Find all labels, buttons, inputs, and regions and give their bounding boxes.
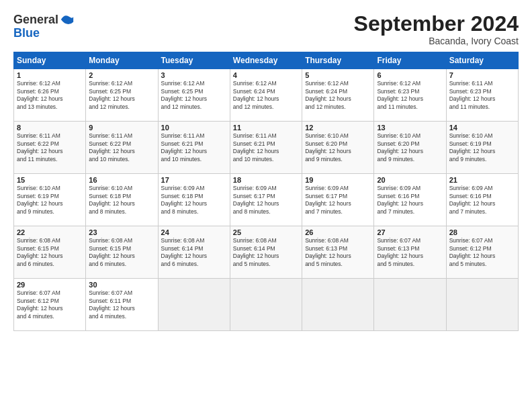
day-cell: 5Sunrise: 6:12 AMSunset: 6:24 PMDaylight… bbox=[302, 69, 374, 122]
day-cell: 29Sunrise: 6:07 AMSunset: 6:12 PMDayligh… bbox=[14, 279, 86, 331]
day-cell: 6Sunrise: 6:12 AMSunset: 6:23 PMDaylight… bbox=[374, 69, 446, 122]
logo: General Blue bbox=[13, 12, 75, 39]
day-cell: 26Sunrise: 6:08 AMSunset: 6:13 PMDayligh… bbox=[302, 226, 374, 279]
day-cell: 14Sunrise: 6:10 AMSunset: 6:19 PMDayligh… bbox=[446, 122, 518, 174]
day-cell: 11Sunrise: 6:11 AMSunset: 6:21 PMDayligh… bbox=[230, 122, 302, 174]
header-monday: Monday bbox=[86, 52, 158, 69]
day-cell: 21Sunrise: 6:09 AMSunset: 6:16 PMDayligh… bbox=[446, 174, 518, 226]
header-wednesday: Wednesday bbox=[230, 52, 302, 69]
day-cell: 20Sunrise: 6:09 AMSunset: 6:16 PMDayligh… bbox=[374, 174, 446, 226]
title-block: September 2024 Bacanda, Ivory Coast bbox=[354, 12, 519, 46]
header-thursday: Thursday bbox=[302, 52, 374, 69]
day-cell: 12Sunrise: 6:10 AMSunset: 6:20 PMDayligh… bbox=[302, 122, 374, 174]
month-title: September 2024 bbox=[354, 12, 519, 36]
day-cell: 23Sunrise: 6:08 AMSunset: 6:15 PMDayligh… bbox=[86, 226, 158, 279]
header-sunday: Sunday bbox=[14, 52, 86, 69]
day-cell: 24Sunrise: 6:08 AMSunset: 6:14 PMDayligh… bbox=[158, 226, 230, 279]
day-cell: 4Sunrise: 6:12 AMSunset: 6:24 PMDaylight… bbox=[230, 69, 302, 122]
table-row: 1Sunrise: 6:12 AMSunset: 6:26 PMDaylight… bbox=[14, 69, 519, 122]
day-cell: 30Sunrise: 6:07 AMSunset: 6:11 PMDayligh… bbox=[86, 279, 158, 331]
header-friday: Friday bbox=[374, 52, 446, 69]
logo-general: General bbox=[13, 13, 58, 27]
day-cell: 27Sunrise: 6:07 AMSunset: 6:13 PMDayligh… bbox=[374, 226, 446, 279]
logo-blue: Blue bbox=[13, 27, 75, 39]
day-cell: 13Sunrise: 6:10 AMSunset: 6:20 PMDayligh… bbox=[374, 122, 446, 174]
empty-cell bbox=[446, 279, 518, 331]
table-row: 15Sunrise: 6:10 AMSunset: 6:19 PMDayligh… bbox=[14, 174, 519, 226]
header-tuesday: Tuesday bbox=[158, 52, 230, 69]
day-cell: 1Sunrise: 6:12 AMSunset: 6:26 PMDaylight… bbox=[14, 69, 86, 122]
empty-cell bbox=[230, 279, 302, 331]
weekday-header-row: Sunday Monday Tuesday Wednesday Thursday… bbox=[14, 52, 519, 69]
day-cell: 17Sunrise: 6:09 AMSunset: 6:18 PMDayligh… bbox=[158, 174, 230, 226]
day-cell: 10Sunrise: 6:11 AMSunset: 6:21 PMDayligh… bbox=[158, 122, 230, 174]
empty-cell bbox=[158, 279, 230, 331]
day-cell: 8Sunrise: 6:11 AMSunset: 6:22 PMDaylight… bbox=[14, 122, 86, 174]
header: General Blue September 2024 Bacanda, Ivo… bbox=[13, 12, 519, 46]
calendar-page: General Blue September 2024 Bacanda, Ivo… bbox=[0, 0, 532, 411]
day-cell: 22Sunrise: 6:08 AMSunset: 6:15 PMDayligh… bbox=[14, 226, 86, 279]
day-cell: 9Sunrise: 6:11 AMSunset: 6:22 PMDaylight… bbox=[86, 122, 158, 174]
day-cell: 3Sunrise: 6:12 AMSunset: 6:25 PMDaylight… bbox=[158, 69, 230, 122]
day-cell: 7Sunrise: 6:11 AMSunset: 6:23 PMDaylight… bbox=[446, 69, 518, 122]
empty-cell bbox=[374, 279, 446, 331]
table-row: 8Sunrise: 6:11 AMSunset: 6:22 PMDaylight… bbox=[14, 122, 519, 174]
day-cell: 19Sunrise: 6:09 AMSunset: 6:17 PMDayligh… bbox=[302, 174, 374, 226]
location: Bacanda, Ivory Coast bbox=[354, 36, 519, 46]
day-cell: 18Sunrise: 6:09 AMSunset: 6:17 PMDayligh… bbox=[230, 174, 302, 226]
empty-cell bbox=[302, 279, 374, 331]
day-cell: 28Sunrise: 6:07 AMSunset: 6:12 PMDayligh… bbox=[446, 226, 518, 279]
table-row: 29Sunrise: 6:07 AMSunset: 6:12 PMDayligh… bbox=[14, 279, 519, 331]
logo-icon bbox=[60, 12, 75, 27]
header-saturday: Saturday bbox=[446, 52, 518, 69]
day-cell: 25Sunrise: 6:08 AMSunset: 6:14 PMDayligh… bbox=[230, 226, 302, 279]
calendar-table: Sunday Monday Tuesday Wednesday Thursday… bbox=[13, 52, 519, 331]
day-cell: 15Sunrise: 6:10 AMSunset: 6:19 PMDayligh… bbox=[14, 174, 86, 226]
day-cell: 2Sunrise: 6:12 AMSunset: 6:25 PMDaylight… bbox=[86, 69, 158, 122]
day-cell: 16Sunrise: 6:10 AMSunset: 6:18 PMDayligh… bbox=[86, 174, 158, 226]
table-row: 22Sunrise: 6:08 AMSunset: 6:15 PMDayligh… bbox=[14, 226, 519, 279]
